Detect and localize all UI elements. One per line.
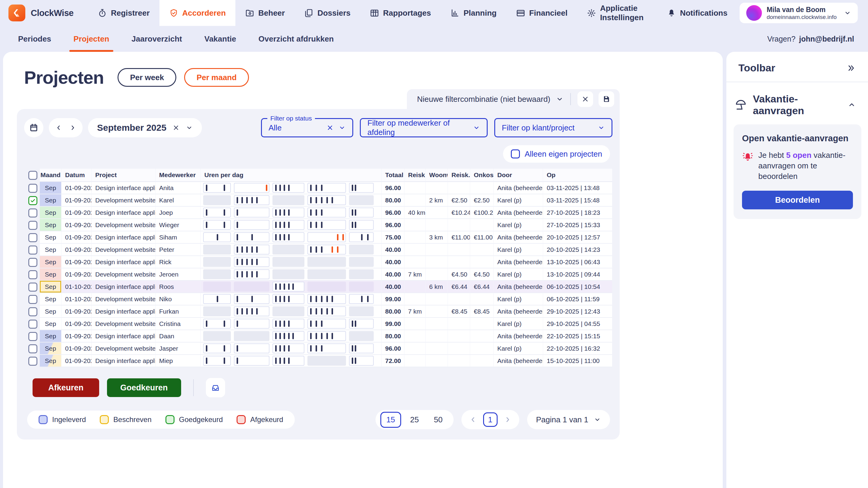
page-info[interactable]: Pagina 1 van 1 (527, 410, 610, 429)
legend-swatch (237, 415, 246, 424)
day-hours-bar (321, 308, 322, 315)
next-period-button[interactable] (66, 121, 80, 135)
employee-cell: Roos (156, 281, 201, 293)
clear-filter-button[interactable] (578, 91, 593, 107)
table-row[interactable]: Sep01-09-2025Development website en appW… (24, 219, 613, 231)
chevron-down-icon[interactable] (186, 124, 193, 131)
row-select-cell (24, 268, 40, 281)
nav-item-accorderen[interactable]: Accorderen (159, 0, 236, 26)
avatar (746, 5, 762, 21)
week-hours-sparkline (203, 306, 231, 316)
row-checkbox[interactable] (28, 344, 37, 353)
table-row[interactable]: Sep01-09-2025Design interface applicatie… (24, 256, 613, 268)
client-filter[interactable]: Filter op klant/project (494, 118, 613, 137)
table-row[interactable]: Sep01-09-2025Development website en appJ… (24, 343, 613, 355)
nav-item-applicatie-instellingen[interactable]: Applicatie Instellingen (577, 0, 667, 26)
clear-period-icon[interactable] (173, 124, 180, 131)
hours-per-day-cell (201, 343, 381, 355)
chevron-down-icon[interactable] (556, 95, 564, 103)
gear-icon (587, 8, 596, 18)
row-checkbox[interactable] (28, 283, 37, 292)
approve-button[interactable]: Goedkeuren (107, 378, 181, 397)
table-row[interactable]: Sep01-09-2025Development website en appP… (24, 244, 613, 256)
page-size-15[interactable]: 15 (380, 412, 401, 428)
user-menu[interactable]: Mila van de Boom domeinnaam.clockwise.in… (740, 3, 858, 23)
day-hours-bar (237, 308, 238, 315)
tab-overzicht-afdrukken[interactable]: Overzicht afdrukken (258, 26, 334, 52)
save-filter-button[interactable] (598, 91, 614, 107)
table-row[interactable]: Sep01-09-2025Development website en appC… (24, 318, 613, 330)
archive-button[interactable] (206, 378, 225, 397)
review-vacation-button[interactable]: Beoordelen (742, 191, 853, 209)
week-hours-sparkline (273, 294, 304, 304)
table-row[interactable]: Sep01-09-2025Design interface applicatie… (24, 231, 613, 244)
brand[interactable]: ClockWise (8, 0, 73, 26)
month-status-cell: Sep (40, 194, 61, 207)
row-checkbox[interactable] (28, 320, 37, 329)
own-projects-checkbox[interactable] (511, 150, 520, 158)
table-row[interactable]: Sep01-09-2025Design interface applicatie… (24, 182, 613, 194)
day-hours-bar (275, 321, 277, 327)
vacation-section-header[interactable]: Vakantie-aanvragen (735, 93, 856, 117)
view-toggle-per-maand[interactable]: Per maand (184, 68, 249, 87)
nav-item-label: Rapportages (383, 8, 431, 18)
nav-item-dossiers[interactable]: Dossiers (294, 0, 360, 26)
nav-item-rapportages[interactable]: Rapportages (360, 0, 441, 26)
page-size-25[interactable]: 25 (404, 412, 425, 428)
period-selector[interactable]: September 2025 (88, 118, 202, 137)
status-filter[interactable]: Filter op status Alle (261, 118, 353, 137)
previous-period-button[interactable] (52, 121, 66, 135)
view-toggle-per-week[interactable]: Per week (118, 68, 176, 87)
table-row[interactable]: Sep01-10-2025Development website en appN… (24, 293, 613, 305)
row-checkbox[interactable] (28, 233, 37, 242)
day-hours-bar (256, 247, 258, 253)
employee-filter[interactable]: Filter op medewerker of afdeling (360, 118, 488, 137)
vacation-message-pre: Je hebt (758, 151, 786, 160)
help-email[interactable]: john@bedrijf.nl (799, 35, 854, 43)
row-checkbox[interactable] (28, 246, 37, 255)
calendar-button[interactable] (24, 118, 43, 137)
row-checkbox[interactable] (28, 196, 37, 205)
row-checkbox[interactable] (28, 357, 37, 366)
current-page[interactable]: 1 (483, 412, 498, 427)
commute-cell (426, 293, 448, 305)
week-hours-sparkline (273, 257, 304, 267)
table-row[interactable]: Sep01-09-2025Design interface applicatie… (24, 207, 613, 219)
collapse-sidebar-icon[interactable] (846, 64, 855, 73)
row-checkbox[interactable] (28, 270, 37, 279)
row-checkbox[interactable] (28, 307, 37, 316)
tab-periodes[interactable]: Periodes (18, 26, 51, 52)
table-row[interactable]: Sep01-09-2025Design interface applicatie… (24, 330, 613, 343)
notifications-button[interactable]: Notifications (667, 8, 727, 18)
next-page-icon[interactable] (504, 416, 512, 424)
nav-item-registreer[interactable]: Registreer (88, 0, 159, 26)
row-checkbox[interactable] (28, 171, 37, 180)
day-hours-bar (279, 333, 281, 339)
table-row[interactable]: Sep01-09-2025Development website en appJ… (24, 268, 613, 281)
help-text: Vragen? john@bedrijf.nl (767, 26, 854, 52)
row-checkbox[interactable] (28, 332, 37, 341)
previous-page-icon[interactable] (469, 416, 477, 424)
page-size-50[interactable]: 50 (428, 412, 449, 428)
own-projects-toggle[interactable]: Alleen eigen projecten (503, 145, 610, 163)
clear-status-icon[interactable] (327, 124, 334, 131)
tab-vakantie[interactable]: Vakantie (204, 26, 236, 52)
nav-item-beheer[interactable]: Beheer (236, 0, 294, 26)
tab-jaaroverzicht[interactable]: Jaaroverzicht (131, 26, 182, 52)
nav-item-planning[interactable]: Planning (441, 0, 506, 26)
travel-km-cell (404, 256, 426, 268)
nav-item-financieel[interactable]: Financieel (506, 0, 577, 26)
project-cell: Development website en app (92, 293, 156, 305)
table-row[interactable]: Sep01-09-2025Design interface applicatie… (24, 355, 613, 367)
table-row[interactable]: Sep01-09-2025Design interface applicatie… (24, 305, 613, 318)
table-row[interactable]: Sep01-10-2025Design interface applicatie… (24, 281, 613, 293)
filter-combo-label[interactable]: Nieuwe filtercombinatie (niet bewaard) (417, 95, 550, 104)
row-checkbox[interactable] (28, 184, 37, 193)
row-checkbox[interactable] (28, 208, 37, 218)
row-checkbox[interactable] (28, 295, 37, 304)
table-row[interactable]: Sep01-09-2025Development website en appK… (24, 194, 613, 207)
row-checkbox[interactable] (28, 221, 37, 230)
reject-button[interactable]: Afkeuren (33, 378, 99, 397)
row-checkbox[interactable] (28, 258, 37, 267)
tab-projecten[interactable]: Projecten (73, 26, 110, 52)
